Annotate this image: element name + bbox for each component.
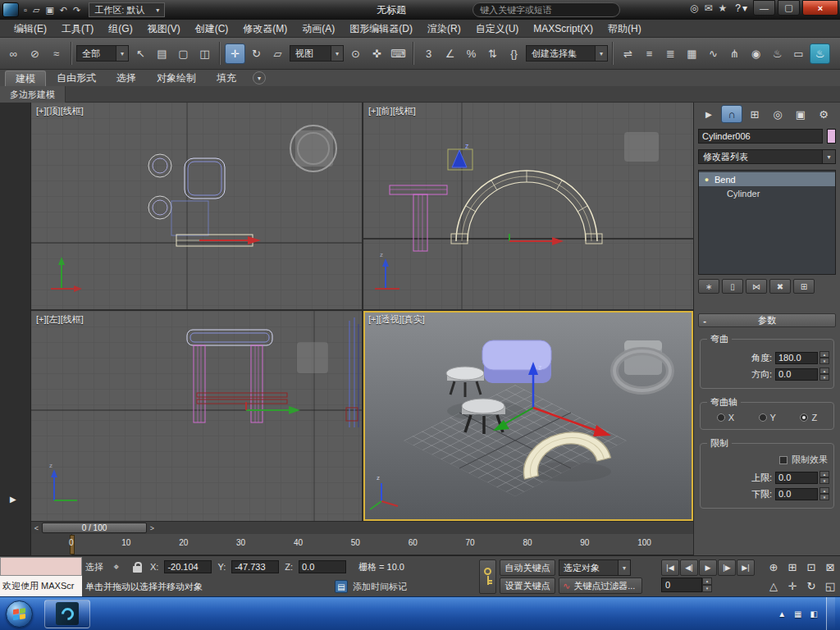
- viewport-front[interactable]: [+][前][线框]: [363, 103, 693, 309]
- favorites-icon[interactable]: ★: [716, 0, 730, 16]
- pan-icon[interactable]: ✛: [783, 578, 801, 595]
- menu-item[interactable]: 编辑(E): [7, 20, 54, 38]
- make-unique-button[interactable]: ⋈: [746, 279, 767, 294]
- object-name-field[interactable]: [698, 129, 823, 144]
- modifier-list-dropdown[interactable]: 修改器列表 ▾: [698, 149, 836, 164]
- show-desktop-button[interactable]: [826, 597, 835, 630]
- frame-spinner[interactable]: ▴ ▾: [702, 578, 712, 592]
- curve-editor-icon[interactable]: ∿: [703, 43, 724, 64]
- render-production-icon[interactable]: ♨: [810, 43, 830, 64]
- ribbon-tab[interactable]: 自由形式: [47, 71, 106, 86]
- modifier-cylinder-row[interactable]: Cylinder: [699, 186, 835, 200]
- selection-lock-icon[interactable]: [130, 559, 144, 574]
- start-button[interactable]: [6, 600, 33, 628]
- percent-snap-icon[interactable]: %: [461, 43, 482, 64]
- x-coordinate-field[interactable]: [164, 560, 212, 573]
- ribbon-tab[interactable]: 建模: [5, 71, 46, 86]
- modifier-visibility-icon[interactable]: ●: [703, 176, 710, 184]
- time-slider-track[interactable]: < 0 / 100 >: [31, 521, 693, 534]
- menu-item[interactable]: 自定义(U): [468, 20, 527, 38]
- taskbar-3dsmax-button[interactable]: [44, 600, 90, 628]
- set-key-mode-button[interactable]: 设置关键点: [500, 578, 555, 594]
- ribbon-minimize-icon[interactable]: ▾: [253, 71, 266, 84]
- menu-item[interactable]: 渲染(R): [420, 20, 468, 38]
- viewport-left-label[interactable]: [+][左][线框]: [36, 313, 84, 326]
- select-and-manipulate-icon[interactable]: ✜: [367, 43, 387, 64]
- open-file-icon[interactable]: ▱: [30, 2, 42, 18]
- search-box[interactable]: [472, 2, 620, 17]
- limit-effect-checkbox[interactable]: [779, 456, 788, 464]
- menu-item[interactable]: 修改器(M): [235, 20, 294, 38]
- menu-item[interactable]: 组(G): [101, 20, 139, 38]
- tray-show-hidden-icon[interactable]: ▲: [778, 609, 786, 619]
- select-and-link-icon[interactable]: ∞: [3, 43, 24, 64]
- mirror-icon[interactable]: ⇌: [618, 43, 638, 64]
- communication-center-icon[interactable]: ✉: [701, 0, 714, 16]
- tab-hierarchy[interactable]: ⊞: [744, 105, 765, 123]
- use-pivot-center-icon[interactable]: ⊙: [345, 43, 366, 64]
- field-of-view-icon[interactable]: △: [765, 578, 783, 595]
- track-bar[interactable]: 0102030405060708090100: [31, 534, 693, 555]
- tab-utilities[interactable]: ⚙: [813, 105, 834, 123]
- angle-spinner[interactable]: ▴ ▾: [819, 351, 829, 364]
- viewport-perspective[interactable]: [+][透视][真实]: [363, 311, 693, 521]
- tab-motion[interactable]: ◎: [767, 105, 788, 123]
- zoom-extents-all-icon[interactable]: ⊠: [821, 559, 839, 576]
- play-button[interactable]: ▶: [699, 559, 717, 576]
- unlink-selection-icon[interactable]: ⊘: [25, 43, 45, 64]
- direction-spinner[interactable]: ▴ ▾: [819, 368, 829, 381]
- angle-field[interactable]: [775, 352, 818, 364]
- redo-icon[interactable]: ↷: [71, 2, 83, 18]
- auto-key-button[interactable]: 自动关键点: [500, 559, 555, 576]
- lower-limit-spinner[interactable]: ▴ ▾: [819, 487, 829, 500]
- minimize-button[interactable]: —: [753, 0, 775, 16]
- axis-radio-option[interactable]: X: [717, 413, 734, 422]
- next-frame-button[interactable]: |▶: [718, 559, 736, 576]
- previous-frame-arrow[interactable]: <: [31, 524, 42, 532]
- y-coordinate-field[interactable]: [231, 560, 279, 573]
- menu-item[interactable]: 创建(C): [188, 20, 236, 38]
- render-setup-icon[interactable]: ♨: [767, 43, 788, 64]
- workspace-dropdown[interactable]: 工作区: 默认 ▾: [89, 2, 165, 17]
- undo-icon[interactable]: ↶: [57, 2, 70, 18]
- ribbon-toggle-icon[interactable]: ▦: [682, 43, 702, 64]
- zoom-all-icon[interactable]: ⊞: [783, 559, 801, 576]
- go-to-start-button[interactable]: |◀: [661, 559, 679, 576]
- bind-to-spacewarp-icon[interactable]: ≈: [46, 43, 66, 64]
- selection-region-icon[interactable]: ▢: [173, 43, 194, 64]
- z-coordinate-field[interactable]: [299, 560, 346, 573]
- maxscript-listener-line[interactable]: 欢迎使用 MAXScr: [0, 576, 82, 596]
- help-button[interactable]: ? ▾: [732, 0, 751, 16]
- remove-modifier-button[interactable]: ✖: [769, 279, 791, 294]
- select-and-rotate-icon[interactable]: ↻: [246, 43, 267, 64]
- tray-network-icon[interactable]: ▦: [794, 609, 801, 619]
- zoom-extents-icon[interactable]: ⊡: [802, 559, 820, 576]
- configure-modifier-sets-button[interactable]: ⊞: [793, 279, 815, 294]
- radio-icon[interactable]: [759, 413, 767, 422]
- modifier-stack[interactable]: ● Bend Cylinder: [698, 170, 836, 275]
- close-button[interactable]: ×: [802, 0, 838, 16]
- isolate-selection-icon[interactable]: ⌖: [109, 559, 124, 574]
- menu-item[interactable]: 图形编辑器(D): [342, 20, 420, 38]
- ribbon-tab[interactable]: 填充: [207, 71, 246, 86]
- align-icon[interactable]: ≡: [639, 43, 660, 64]
- keyboard-override-icon[interactable]: ⌨: [388, 43, 409, 64]
- edit-named-selections-icon[interactable]: {}: [504, 43, 524, 64]
- tab-modify[interactable]: ∩: [721, 105, 742, 123]
- tray-volume-icon[interactable]: ◧: [810, 609, 818, 619]
- modifier-bend-row[interactable]: ● Bend: [699, 172, 835, 186]
- ribbon-tab[interactable]: 选择: [107, 71, 146, 86]
- viewport-top-label[interactable]: [+][顶][线框]: [36, 105, 84, 117]
- parameters-rollout-header[interactable]: - 参数: [698, 313, 836, 327]
- polygon-modeling-panel[interactable]: 多边形建模: [0, 86, 66, 103]
- direction-field[interactable]: [775, 368, 818, 381]
- lower-limit-field[interactable]: [775, 488, 818, 500]
- tab-create[interactable]: ►: [698, 105, 719, 123]
- selection-filter-dropdown[interactable]: 全部 ▾: [76, 45, 129, 62]
- schematic-view-icon[interactable]: ⋔: [724, 43, 745, 64]
- set-keys-button[interactable]: [479, 559, 496, 594]
- viewport-front-label[interactable]: [+][前][线框]: [368, 105, 416, 117]
- snap-toggle-3d-icon[interactable]: 3: [418, 43, 439, 64]
- time-tag-area[interactable]: ▤ 添加时间标记: [335, 580, 407, 593]
- maxscript-listener-macro-line[interactable]: [0, 557, 82, 576]
